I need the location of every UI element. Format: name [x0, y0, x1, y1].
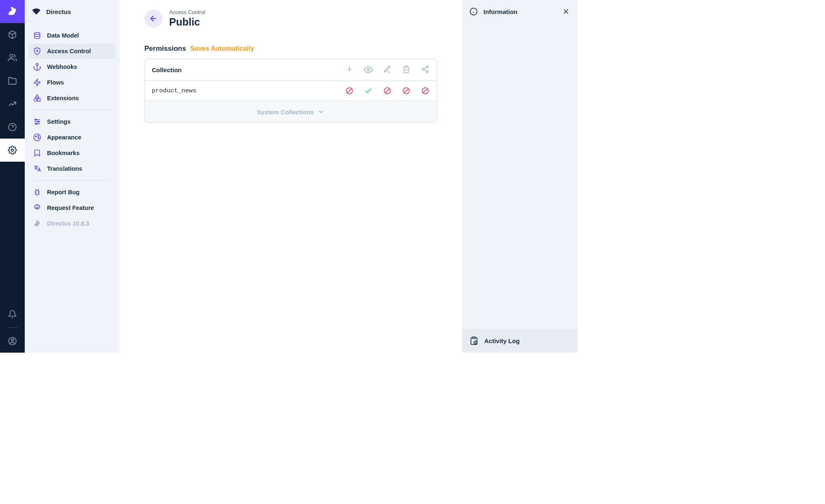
nav-label: Access Control [47, 48, 91, 54]
collection-name: product_news [152, 87, 345, 94]
permissions-header: Collection [145, 59, 436, 81]
svg-marker-12 [35, 95, 39, 98]
help-icon [8, 122, 17, 132]
rabbit-icon [33, 219, 41, 228]
collection-column-header: Collection [152, 66, 345, 73]
activity-log-button[interactable]: Activity Log [462, 329, 578, 353]
nav-sidebar: Directus Data Model Access Control Webho… [25, 0, 120, 353]
nav-item-flows[interactable]: Flows [29, 75, 116, 90]
system-collections-label: System Collections [257, 108, 314, 115]
svg-point-21 [34, 134, 41, 141]
nav-label: Data Model [47, 32, 79, 39]
svg-point-22 [35, 136, 36, 137]
module-insights[interactable] [0, 92, 25, 115]
svg-point-23 [38, 135, 39, 137]
block-icon [402, 87, 410, 95]
nav-item-webhooks[interactable]: Webhooks [29, 59, 116, 74]
database-icon [33, 31, 41, 40]
nav-item-translations[interactable]: Translations [29, 161, 116, 176]
section-hint: Saves Automatically [190, 45, 254, 52]
nav-item-access-control[interactable]: Access Control [29, 44, 116, 59]
svg-line-44 [423, 89, 428, 93]
nav-label: Bookmarks [47, 150, 80, 156]
nav-item-bookmarks[interactable]: Bookmarks [29, 146, 116, 160]
sliders-icon [33, 118, 41, 126]
shield-icon [33, 47, 41, 55]
nav-label: Translations [47, 165, 82, 172]
bell-icon [8, 310, 17, 319]
info-icon [469, 7, 478, 16]
gear-icon [8, 146, 17, 155]
module-account[interactable] [0, 330, 25, 353]
nav-header[interactable]: Directus [25, 0, 120, 23]
nav-divider [33, 110, 111, 110]
nav-label: Webhooks [47, 64, 77, 70]
perm-read-toggle[interactable] [364, 87, 373, 95]
svg-line-40 [385, 89, 390, 93]
module-users[interactable] [0, 46, 25, 69]
permission-row[interactable]: product_news [145, 81, 436, 101]
nav-item-request-feature[interactable]: Request Feature [29, 200, 116, 215]
perm-share-toggle[interactable] [421, 87, 430, 95]
svg-rect-14 [38, 99, 40, 101]
translate-icon [33, 165, 41, 173]
svg-marker-11 [34, 79, 40, 86]
perm-delete-toggle[interactable] [402, 87, 411, 95]
permissions-table: Collection product_news [144, 59, 437, 123]
svg-point-32 [427, 66, 429, 68]
nav-item-extensions[interactable]: Extensions [29, 91, 116, 106]
svg-line-36 [424, 67, 427, 68]
breadcrumb[interactable]: Access Control [169, 9, 205, 15]
module-settings[interactable] [0, 139, 25, 162]
nav-label: Flows [47, 79, 64, 86]
activity-log-label: Activity Log [484, 337, 520, 344]
block-icon [345, 87, 354, 95]
svg-point-9 [36, 64, 38, 66]
svg-point-33 [422, 68, 424, 71]
nav-item-appearance[interactable]: Appearance [29, 130, 116, 145]
app-name: Directus [46, 8, 71, 15]
nav-divider [33, 180, 111, 181]
back-button[interactable] [144, 9, 163, 28]
perm-create-toggle[interactable] [345, 87, 354, 95]
nav-item-settings[interactable]: Settings [29, 114, 116, 129]
main-header: Access Control Public [120, 0, 462, 45]
create-column-icon [345, 65, 354, 74]
module-files[interactable] [0, 69, 25, 92]
box-icon [8, 30, 17, 39]
info-close-button[interactable] [562, 7, 570, 16]
page-title: Public [169, 16, 205, 28]
module-docs[interactable] [0, 115, 25, 139]
system-collections-toggle[interactable]: System Collections [145, 101, 436, 122]
module-content[interactable] [0, 23, 25, 46]
svg-point-1 [10, 54, 13, 57]
nav-label: Extensions [47, 95, 79, 101]
nav-item-report-bug[interactable]: Report Bug [29, 185, 116, 200]
block-icon [421, 87, 429, 95]
close-icon [562, 7, 570, 16]
svg-point-4 [11, 149, 14, 151]
account-icon [8, 337, 17, 346]
nav-item-version[interactable]: Directus 10.8.3 [29, 216, 116, 231]
perm-update-toggle[interactable] [383, 87, 392, 95]
nav-label: Appearance [47, 134, 81, 141]
svg-line-42 [404, 89, 409, 93]
insights-icon [8, 99, 17, 108]
wifi-icon [32, 7, 40, 16]
nav-label: Request Feature [47, 205, 94, 211]
svg-point-34 [427, 71, 429, 73]
block-icon [383, 87, 391, 95]
bolt-icon [33, 78, 41, 87]
shapes-icon [33, 94, 41, 102]
read-column-icon [364, 65, 373, 74]
svg-line-35 [424, 70, 427, 71]
section-title: Permissions [144, 45, 186, 53]
svg-line-38 [347, 89, 352, 93]
rabbit-icon [7, 6, 18, 17]
nav-item-data-model[interactable]: Data Model [29, 28, 116, 43]
module-bar [0, 0, 25, 353]
svg-point-20 [36, 123, 37, 124]
module-notifications[interactable] [0, 303, 25, 326]
svg-point-18 [38, 121, 39, 122]
app-logo[interactable] [0, 0, 25, 23]
